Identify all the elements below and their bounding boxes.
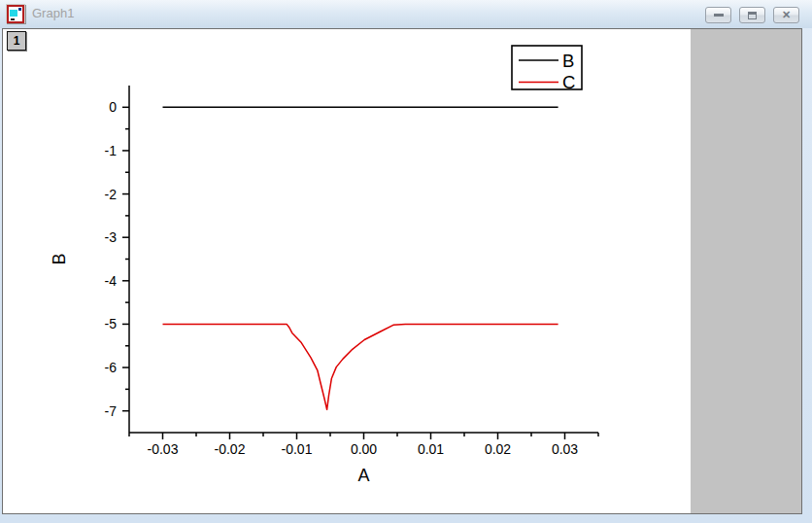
graph-icon-dot (18, 8, 21, 11)
y-tick-label: -6 (105, 360, 118, 375)
restore-button[interactable] (739, 7, 765, 23)
graph-window-icon[interactable] (6, 4, 25, 23)
y-tick-label: -1 (105, 143, 118, 158)
minimize-icon (714, 14, 724, 17)
graph-page[interactable]: 1 -0.03-0.02-0.010.000.010.020.030-1-2-3… (3, 29, 691, 513)
close-icon: ✕ (782, 10, 791, 20)
titlebar[interactable]: Graph1 ✕ (0, 0, 812, 28)
y-tick-label: -7 (105, 403, 118, 419)
graph-icon-screen (10, 10, 17, 17)
graph-window: Graph1 ✕ 1 -0.03-0.02-0.010.000.010.020.… (0, 0, 812, 523)
minimize-button[interactable] (705, 7, 731, 23)
legend-label-B: B (562, 51, 574, 71)
y-tick-label: -2 (105, 187, 118, 202)
x-axis-title[interactable]: A (357, 466, 369, 485)
y-tick-label: -5 (105, 316, 118, 331)
y-tick-label: -4 (105, 273, 118, 289)
x-tick-label: -0.01 (282, 441, 313, 457)
series-line-C[interactable] (163, 324, 558, 409)
window-controls: ✕ (705, 7, 799, 23)
x-tick-label: 0.02 (485, 441, 511, 457)
legend-label-C: C (562, 72, 575, 92)
graph-icon-mark (11, 18, 15, 20)
chart-svg: -0.03-0.02-0.010.000.010.020.030-1-2-3-4… (3, 29, 691, 513)
layer-1-button[interactable]: 1 (7, 31, 26, 51)
x-tick-label: 0.03 (552, 441, 578, 457)
x-tick-label: 0.01 (418, 441, 444, 457)
window-title: Graph1 (32, 0, 74, 27)
y-tick-label: -3 (105, 229, 118, 245)
close-button[interactable]: ✕ (773, 7, 799, 23)
x-tick-label: 0.00 (351, 441, 377, 457)
x-tick-label: -0.03 (148, 441, 179, 457)
restore-icon (748, 12, 757, 19)
y-tick-label: 0 (109, 99, 117, 115)
x-tick-label: -0.02 (215, 441, 246, 457)
y-axis-title[interactable]: B (50, 253, 69, 264)
client-area: 1 -0.03-0.02-0.010.000.010.020.030-1-2-3… (2, 28, 802, 514)
graph-icon-frame (7, 5, 24, 23)
